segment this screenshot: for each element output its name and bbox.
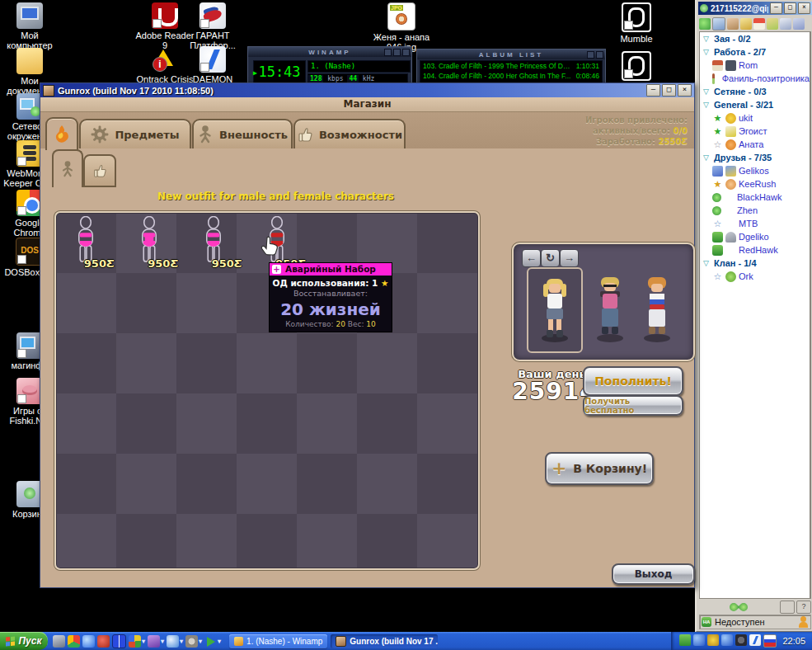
prev-character-button[interactable]: ←: [522, 249, 541, 267]
qip-statusbar[interactable]: НА Недоступен: [699, 615, 811, 629]
tray-icon[interactable]: [693, 634, 705, 646]
tab-featured[interactable]: [45, 117, 78, 150]
character-boy-pink[interactable]: [592, 276, 628, 345]
contact-row[interactable]: ▽ Rom: [700, 59, 810, 72]
qip-flower-icon[interactable]: [730, 602, 748, 612]
qip-plugins-button[interactable]: [780, 601, 795, 614]
quick-launch-item[interactable]: ▾: [97, 635, 110, 648]
selected-character-frame[interactable]: [527, 267, 583, 353]
next-character-button[interactable]: →: [560, 249, 579, 267]
add-to-cart-label: В Корзину!: [573, 462, 647, 475]
qip-toolbar-icon[interactable]: [793, 18, 805, 30]
maximize-button[interactable]: □: [662, 84, 676, 97]
quick-launch-item[interactable]: ▾: [82, 635, 95, 648]
status-icon: [712, 139, 723, 150]
album-window-buttons[interactable]: [587, 51, 603, 59]
contact-row[interactable]: ▽ ukit: [700, 111, 810, 125]
album-list-row[interactable]: 104. Cradle of Filth - 2000 Her Ghost In…: [420, 71, 602, 81]
shop-item[interactable]: 950Ƹ: [120, 213, 180, 273]
start-button[interactable]: Пуск: [0, 632, 48, 650]
qip-toolbar-icon[interactable]: [727, 18, 739, 30]
shop-item[interactable]: 950Ƹ: [56, 213, 116, 273]
contact-row[interactable]: ▽ Dgeliko: [700, 230, 810, 243]
tray-icon[interactable]: [749, 634, 761, 646]
tab-features[interactable]: Возможности: [293, 119, 406, 148]
quick-launch-item[interactable]: ▾: [68, 635, 80, 648]
contact-row[interactable]: ▽ MTB: [700, 217, 810, 230]
contact-row[interactable]: ▽ Друзья - 7/35: [700, 151, 810, 164]
album-list-titlebar[interactable]: ALBUM LIST: [417, 49, 605, 59]
quick-launch-item[interactable]: ▾: [53, 635, 65, 648]
album-list-row[interactable]: 103. Cradle of Filth - 1999 The Princess…: [420, 61, 602, 71]
tab-items[interactable]: Предметы: [79, 119, 191, 148]
quick-launch-item[interactable]: ▾: [112, 634, 126, 648]
contact-row[interactable]: ▽ Gelikos: [700, 164, 810, 177]
qip-maximize-button[interactable]: □: [784, 2, 796, 14]
tab-appearance[interactable]: Внешность: [192, 119, 293, 148]
contact-row[interactable]: ▽ Ork: [700, 270, 810, 283]
add-to-cart-button[interactable]: + В Корзину!: [545, 452, 654, 485]
qip-help-button[interactable]: ?: [796, 601, 811, 614]
character-boy-flag[interactable]: [639, 276, 675, 345]
tray-icon[interactable]: [721, 634, 733, 646]
group-collapse-icon[interactable]: ▽: [703, 101, 711, 109]
subtab-perks[interactable]: [83, 154, 116, 187]
qip-toolbar-icon[interactable]: [712, 17, 725, 31]
qip-minimize-button[interactable]: –: [770, 2, 782, 14]
qip-titlebar[interactable]: 217115222@qip.ru – □ ×: [698, 2, 812, 15]
tooltip-ap-line: ОД использования: 1 ★: [270, 278, 392, 288]
contact-row[interactable]: ▽ BlackHawk: [700, 191, 810, 204]
contact-row[interactable]: ▽ KeeRush: [700, 177, 810, 191]
contact-row[interactable]: ▽ Аната: [700, 138, 810, 151]
shop-item[interactable]: 950Ƹ: [184, 213, 244, 273]
task-button[interactable]: 1. (Nashe) - Winamp: [229, 634, 327, 648]
group-collapse-icon[interactable]: ▽: [703, 259, 711, 267]
group-collapse-icon[interactable]: ▽: [703, 35, 711, 43]
contact-row[interactable]: ▽ RedHawk: [700, 243, 810, 257]
desktop-icon-my-computer[interactable]: Мой компьютер: [0, 2, 59, 50]
desktop-icon-mumble-1[interactable]: Mumble: [607, 2, 666, 44]
contact-row[interactable]: ▽ Клан - 1/4: [700, 257, 810, 270]
tray-icon[interactable]: [679, 634, 691, 646]
gunrox-titlebar[interactable]: Gunrox (build Nov 17 2010 11:08:50) – □ …: [40, 83, 694, 97]
exit-button[interactable]: Выход: [612, 563, 695, 585]
qip-toolbar-icon[interactable]: [767, 18, 778, 30]
rotate-character-button[interactable]: ↻: [541, 249, 560, 267]
contact-row[interactable]: ▽ General - 3/21: [700, 98, 810, 111]
qip-toolbar-icon[interactable]: [740, 18, 752, 30]
tray-icon[interactable]: [763, 634, 777, 648]
account-person-icon[interactable]: [797, 616, 809, 628]
tray-icon[interactable]: [707, 634, 719, 646]
contact-row[interactable]: ▽ Сетяне - 0/3: [700, 85, 810, 98]
contact-row[interactable]: ▽ Работа - 2/7: [700, 45, 810, 59]
tray-icon[interactable]: [735, 634, 747, 646]
topup-money-button[interactable]: Пополнить!: [583, 366, 683, 396]
contact-row[interactable]: ▽ Зая - 0/2: [700, 32, 810, 45]
quick-launch-item[interactable]: ▾: [185, 635, 202, 648]
contact-row[interactable]: ▽ Эгоист: [700, 125, 810, 138]
quick-launch-item[interactable]: ▾: [167, 635, 183, 648]
task-button[interactable]: Gunrox (build Nov 17 ...: [331, 634, 438, 648]
close-button[interactable]: ×: [678, 84, 692, 97]
winamp-window-buttons[interactable]: [384, 49, 410, 56]
qip-toolbar-icon[interactable]: [699, 18, 711, 30]
desktop-icon-photo[interactable]: Женя - анапа 946.jpg: [372, 2, 431, 52]
subtab-outfits[interactable]: [52, 149, 83, 187]
minimize-button[interactable]: –: [646, 84, 660, 97]
qip-toolbar-icon[interactable]: [753, 18, 765, 30]
desktop-icon-garant[interactable]: ГАРАНТ Платфор...: [183, 2, 242, 50]
get-free-money-button[interactable]: Получить бесплатно: [583, 395, 683, 416]
quick-launch-item[interactable]: ▾: [129, 635, 145, 648]
group-collapse-icon[interactable]: ▽: [703, 153, 711, 162]
group-collapse-icon[interactable]: ▽: [703, 48, 711, 56]
group-collapse-icon[interactable]: ▽: [703, 87, 711, 96]
qip-close-button[interactable]: ×: [798, 2, 810, 14]
flame-icon: [53, 125, 71, 144]
contact-row[interactable]: ▽ Фаниль-позитроника: [700, 72, 810, 85]
quick-launch-item[interactable]: ▾: [204, 635, 221, 648]
contact-name: Зая - 0/2: [714, 34, 751, 44]
qip-toolbar-icon[interactable]: [780, 18, 791, 30]
winamp-titlebar[interactable]: WINAMP: [248, 47, 411, 57]
contact-row[interactable]: ▽ Zhen: [700, 204, 810, 217]
quick-launch-item[interactable]: ▾: [148, 635, 164, 648]
